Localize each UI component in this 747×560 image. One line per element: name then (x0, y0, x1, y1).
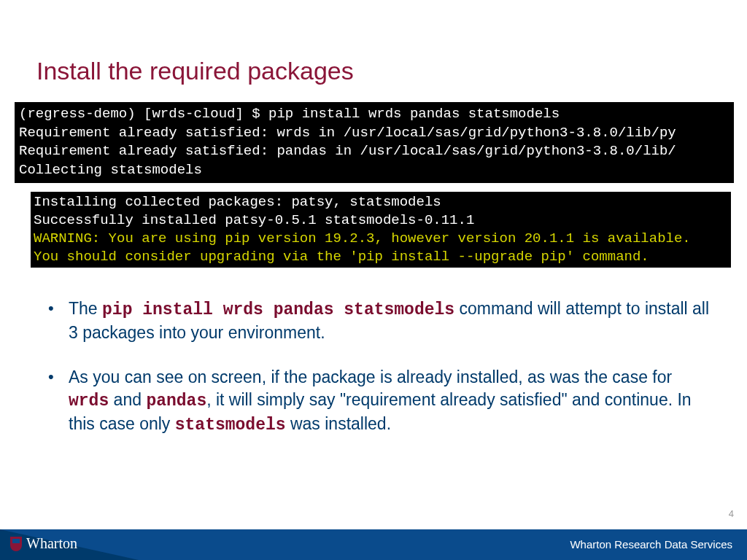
terminal-line: (regress-demo) [wrds-cloud] $ pip instal… (19, 105, 729, 124)
footer-bar: Wharton Wharton Research Data Services (0, 529, 747, 560)
terminal-line: Requirement already satisfied: pandas in… (19, 142, 729, 161)
bullet-text: and (109, 390, 146, 409)
terminal-line: Installing collected packages: patsy, st… (34, 193, 728, 211)
inline-code: statsmodels (175, 416, 286, 435)
slide: Install the required packages (regress-d… (0, 0, 747, 560)
terminal-warning-line: WARNING: You are using pip version 19.2.… (34, 230, 728, 248)
footer-brand: Wharton (10, 535, 77, 552)
terminal-line: Requirement already satisfied: wrds in /… (19, 124, 729, 143)
footer-service-text: Wharton Research Data Services (570, 538, 732, 551)
shield-icon (10, 537, 22, 551)
inline-code: pip install wrds pandas statsmodels (102, 300, 454, 319)
bullet-text: The (69, 299, 102, 318)
brand-text: Wharton (26, 535, 77, 552)
terminal-line: Collecting statsmodels (19, 161, 729, 180)
terminal-output-2: Installing collected packages: patsy, st… (31, 192, 731, 268)
slide-title: Install the required packages (36, 57, 354, 85)
terminal-output-1: (regress-demo) [wrds-cloud] $ pip instal… (15, 102, 734, 183)
terminal-warning-line: You should consider upgrading via the 'p… (34, 248, 728, 266)
bullet-text: was installed. (286, 414, 391, 433)
bullet-item: As you can see on screen, if the package… (48, 366, 712, 437)
terminal-line: Successfully installed patsy-0.5.1 stats… (34, 211, 728, 230)
inline-code: pandas (146, 392, 206, 411)
inline-code: wrds (69, 392, 109, 411)
bullet-item: The pip install wrds pandas statsmodels … (48, 298, 712, 344)
page-number: 4 (729, 508, 734, 519)
bullet-list: The pip install wrds pandas statsmodels … (48, 298, 712, 459)
bullet-text: As you can see on screen, if the package… (69, 368, 672, 386)
